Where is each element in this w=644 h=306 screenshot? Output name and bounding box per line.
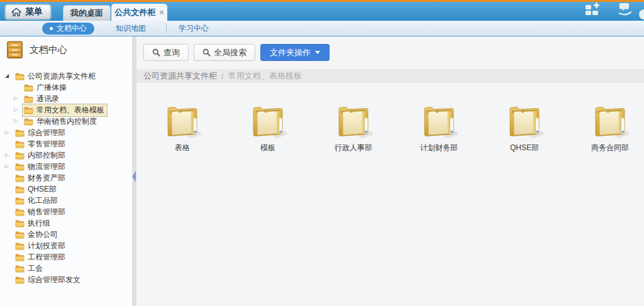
folder-icon: [15, 129, 25, 137]
folder-icon: [15, 231, 25, 239]
tree-expand-icon[interactable]: [5, 161, 13, 172]
folder-operations-button[interactable]: 文件夹操作: [260, 44, 330, 61]
breadcrumb-parent[interactable]: 公司资源共享文件柜: [143, 70, 217, 82]
sidebar-title: 文档中心: [30, 44, 67, 56]
folder-item[interactable]: QHSE部: [482, 103, 567, 153]
tree-item[interactable]: 零售管理部: [0, 138, 132, 150]
folder-item[interactable]: 商务合同部: [567, 103, 644, 153]
tree-item[interactable]: 销售管理部: [0, 206, 132, 217]
tree-item-label: 执行组: [28, 218, 50, 229]
tree-item[interactable]: 常用文档、表格模板: [0, 104, 132, 116]
global-search-button-label: 全局搜索: [214, 47, 247, 58]
home-icon: [11, 8, 21, 16]
folder-item-label: 模板: [260, 143, 275, 153]
folder-item[interactable]: 计划财务部: [396, 103, 482, 153]
folder-grid: 表格 模板: [140, 103, 644, 153]
tree-item[interactable]: 执行组: [0, 217, 132, 229]
global-search-button[interactable]: 全局搜索: [194, 44, 255, 61]
folder-item[interactable]: 行政人事部: [311, 103, 396, 153]
subnav-item-document-center[interactable]: 文档中心: [42, 23, 94, 35]
folder-item-label: 行政人事部: [335, 143, 372, 153]
folder-icon: [504, 103, 545, 139]
folder-item[interactable]: 表格: [140, 103, 225, 153]
folder-icon: [162, 103, 203, 139]
tree-expand-icon[interactable]: [5, 150, 13, 161]
tree-item[interactable]: 工会: [0, 263, 132, 274]
tree-item-label: 公司资源共享文件柜: [28, 71, 96, 82]
tree-expand-icon[interactable]: [14, 93, 22, 104]
folder-icon: [248, 103, 288, 139]
tree-item-label: 工会: [28, 263, 43, 274]
tree-item[interactable]: 广播体操: [0, 82, 132, 93]
tree-item-label: 综合管理部发文: [28, 275, 80, 285]
folder-item-label: QHSE部: [510, 143, 539, 153]
main-panel: 查询 全局搜索 文件夹操作 公司资源共享文件柜 / 常用文档、表格模板: [136, 36, 644, 306]
folder-icon: [24, 117, 33, 126]
folder-icon: [15, 72, 25, 80]
close-icon[interactable]: ×: [159, 8, 164, 16]
folder-icon: [15, 208, 25, 216]
tab-public-file-cabinet[interactable]: 公共文件柜 ×: [111, 4, 167, 21]
tree-item[interactable]: 金协公司: [0, 229, 132, 240]
tree-expand-icon[interactable]: [14, 116, 22, 127]
tree-expand-icon[interactable]: [5, 70, 13, 82]
top-navigation-bar: 菜单 我的桌面 公共文件柜 ×: [0, 2, 644, 21]
chat-icon[interactable]: [618, 2, 633, 16]
tree-item-label: 计划投资部: [28, 241, 65, 251]
folder-icon: [590, 103, 630, 139]
breadcrumb-current: 常用文档、表格模板: [228, 70, 302, 82]
folder-icon: [15, 265, 25, 273]
tree-item[interactable]: 公司资源共享文件柜: [0, 70, 132, 82]
tree-item-label: 金协公司: [28, 229, 58, 240]
folder-icon: [15, 197, 25, 205]
panel-splitter[interactable]: [132, 36, 136, 306]
tree-item[interactable]: 综合管理部: [0, 127, 132, 138]
folder-icon: [24, 106, 33, 114]
query-button[interactable]: 查询: [143, 44, 189, 61]
tree-item-label: 通讯录: [36, 94, 59, 104]
partial-icon[interactable]: [639, 9, 644, 19]
tree-item[interactable]: QHSE部: [0, 183, 132, 195]
folder-icon: [15, 219, 25, 227]
folder-icon: [15, 174, 25, 182]
folder-icon: [15, 185, 25, 194]
toolbar: 查询 全局搜索 文件夹操作: [143, 44, 330, 61]
folder-tree: 公司资源共享文件柜 广播体操: [0, 70, 132, 285]
subnav-label: 文档中心: [57, 23, 87, 34]
tree-item-label: 零售管理部: [28, 139, 65, 150]
subnav-item-knowledge-map[interactable]: 知识地图: [116, 23, 146, 34]
folder-icon: [15, 163, 25, 171]
breadcrumb: 公司资源共享文件柜 / 常用文档、表格模板: [136, 69, 644, 83]
tree-item[interactable]: 化工品部: [0, 195, 132, 206]
apps-grid-icon[interactable]: [585, 2, 601, 15]
tree-item[interactable]: 财务资产部: [0, 172, 132, 183]
tree-item-label: 综合管理部: [28, 128, 65, 138]
folder-item[interactable]: 模板: [225, 103, 311, 153]
folder-operations-label: 文件夹操作: [270, 47, 311, 58]
tree-item-label: QHSE部: [28, 184, 57, 195]
tree-item[interactable]: 华南销售内控制度: [0, 116, 132, 127]
tree-expand-icon[interactable]: [5, 127, 13, 138]
tree-item-label: 广播体操: [36, 82, 67, 93]
bullet-icon: [50, 27, 53, 30]
tree-item[interactable]: 计划投资部: [0, 240, 132, 251]
tree-item[interactable]: 内部控制部: [0, 150, 132, 161]
tree-item[interactable]: 综合管理部发文: [0, 274, 132, 285]
collapse-sidebar-icon[interactable]: [132, 171, 136, 182]
tab-label: 我的桌面: [70, 8, 103, 19]
menu-button[interactable]: 菜单: [5, 4, 51, 19]
tab-my-desktop[interactable]: 我的桌面: [63, 5, 111, 21]
tree-item[interactable]: 物流管理部: [0, 161, 132, 172]
tree-item[interactable]: 通讯录: [0, 93, 132, 104]
tree-item[interactable]: 工程管理部: [0, 251, 132, 263]
tree-item-label: 化工品部: [28, 195, 58, 206]
search-icon: [203, 48, 211, 57]
tree-expand-icon[interactable]: [14, 104, 22, 116]
tree-item-label: 财务资产部: [28, 173, 65, 183]
tab-label: 公共文件柜: [114, 7, 155, 18]
subnav-item-learning-center[interactable]: 学习中心: [179, 23, 209, 34]
folder-icon: [333, 103, 374, 139]
folder-icon: [15, 253, 25, 261]
content-area: 文档中心 公司资源共享文件柜: [0, 36, 644, 306]
folder-icon: [15, 276, 25, 284]
